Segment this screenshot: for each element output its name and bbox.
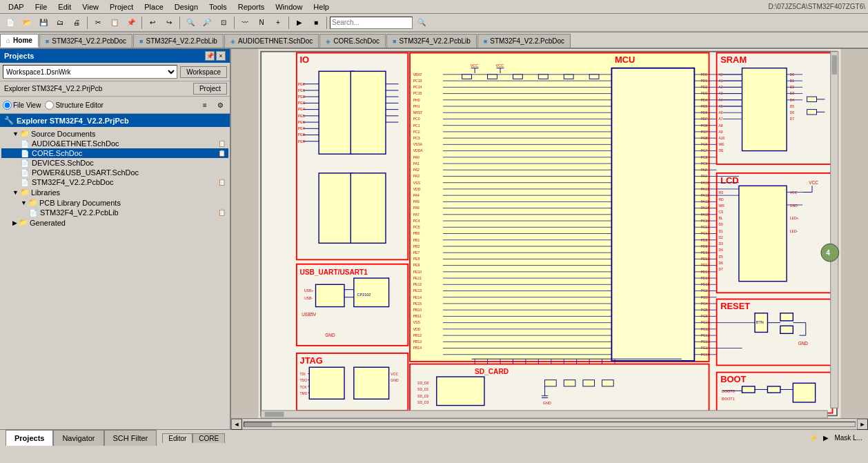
tree-item-core[interactable]: 📄 CORE.SchDoc 📋 [1, 148, 228, 158]
tree-item-generated[interactable]: ▶ 📁 Generated [1, 217, 228, 228]
tab-core-schdoc[interactable]: ◈ CORE.SchDoc [319, 34, 386, 48]
tab-pcblib2[interactable]: ■ STM32F4_V2.2.PcbLib [386, 34, 477, 48]
status-tab-projects[interactable]: Projects [6, 430, 53, 446]
tb-save[interactable]: 💾 [36, 15, 51, 30]
tree-item-audio-eth[interactable]: 📄 AUDIO&ETHNET.SchDoc 📋 [1, 139, 228, 148]
svg-rect-378 [538, 75, 548, 79]
menu-view[interactable]: View [77, 1, 104, 12]
tree-item-source-docs[interactable]: ▼ 📁 Source Documents [1, 128, 228, 139]
tree-audio-status: 📋 [218, 140, 226, 147]
tb-search-go[interactable]: 🔍 [414, 15, 429, 30]
schematic-canvas-area[interactable]: IO [231, 49, 868, 418]
svg-text:BL: BL [718, 216, 722, 220]
tree-item-pcb[interactable]: 📄 STM32F4_V2.2.PcbDoc 📋 [1, 177, 228, 187]
folder-pcblib-icon: 📁 [28, 198, 38, 207]
tree-item-pcb-lib[interactable]: 📄 STM32F4_V2.2.PcbLib 📋 [1, 208, 228, 217]
svg-text:PE8: PE8 [298, 132, 305, 137]
h-scrollbar[interactable]: ◄ ► [231, 418, 868, 429]
status-right: ⚡ ▶ Mask L... [809, 434, 862, 442]
svg-text:RD: RD [718, 197, 724, 201]
tb-saveall[interactable]: 🗂 [52, 15, 68, 30]
menu-bar: DAP File Edit View Project Place Design … [0, 0, 868, 14]
svg-text:PC5: PC5 [413, 225, 420, 229]
svg-text:D7: D7 [718, 267, 723, 271]
status-tab-navigator[interactable]: Navigator [53, 430, 103, 446]
svg-rect-331 [437, 377, 484, 406]
tab-pcblib1-icon: ■ [139, 38, 143, 45]
scroll-right-btn[interactable]: ► [857, 419, 868, 430]
tb-run[interactable]: ▶ [292, 15, 307, 30]
tb-redo[interactable]: ↪ [161, 15, 177, 30]
tb-net[interactable]: N [254, 15, 269, 30]
view-icon-btn1[interactable]: ≡ [198, 98, 212, 112]
menu-help[interactable]: Help [308, 1, 335, 12]
tab-audio-schdoc[interactable]: ◈ AUDIOETHNET.SchDoc [224, 34, 319, 48]
tb-place[interactable]: + [270, 15, 286, 30]
tree-item-devices[interactable]: 📄 DEVICES.SchDoc [1, 158, 228, 168]
tree-item-libraries[interactable]: ▼ 📁 Libraries [1, 187, 228, 197]
toolbar-search[interactable] [330, 17, 413, 29]
svg-rect-299 [780, 326, 793, 333]
svg-text:VDDA: VDDA [413, 148, 424, 152]
tb-undo[interactable]: ↩ [145, 15, 160, 30]
svg-text:GND: GND [391, 378, 399, 382]
scroll-thumb [244, 422, 272, 426]
tree-item-pcb-lib-docs[interactable]: ▼ 📁 PCB Library Documents [1, 197, 228, 208]
status-tab-sch-filter[interactable]: SCH Filter [104, 430, 157, 446]
svg-text:PC2: PC2 [413, 130, 420, 134]
panel-pin-btn[interactable]: 📌 [205, 51, 215, 61]
tb-paste[interactable]: 📌 [124, 15, 139, 30]
project-btn[interactable]: Project [193, 83, 227, 95]
scroll-track[interactable] [244, 422, 856, 427]
panel-close-btn[interactable]: × [216, 51, 226, 61]
workspace-btn[interactable]: Workspace [180, 66, 227, 78]
menu-tools[interactable]: Tools [204, 1, 233, 12]
tb-stop[interactable]: ■ [308, 15, 324, 30]
tab-pcblib1[interactable]: ■ STM32F4_V2.2.PcbLib [133, 34, 224, 48]
svg-text:PB13: PB13 [413, 339, 422, 344]
menu-edit[interactable]: Edit [52, 1, 77, 12]
tb-wire[interactable]: 〰 [237, 15, 253, 30]
menu-reports[interactable]: Reports [233, 1, 270, 12]
menu-file[interactable]: File [30, 1, 53, 12]
structure-editor-radio[interactable]: Structure Editor [45, 101, 103, 110]
svg-text:PB2: PB2 [413, 244, 420, 248]
svg-rect-307 [309, 367, 344, 399]
menu-window[interactable]: Window [270, 1, 308, 12]
tb-cut[interactable]: ✂ [90, 15, 106, 30]
svg-rect-376 [488, 75, 497, 79]
file-view-radio[interactable]: File View [3, 101, 41, 110]
svg-text:PB10: PB10 [413, 308, 422, 312]
svg-rect-285 [316, 284, 345, 306]
tb-zoom-out[interactable]: 🔎 [199, 15, 215, 30]
menu-dap[interactable]: DAP [3, 1, 30, 12]
tb-new[interactable]: 📄 [3, 15, 18, 30]
menu-place[interactable]: Place [139, 1, 169, 12]
workspace-select[interactable]: Workspace1.DsnWrk [3, 65, 177, 79]
tb-open[interactable]: 📂 [19, 15, 34, 30]
tree-area[interactable]: ▼ 📁 Source Documents 📄 AUDIO&ETHNET.SchD… [0, 127, 230, 429]
svg-text:PE11: PE11 [413, 276, 422, 280]
view-icon-btn2[interactable]: ⚙ [213, 98, 227, 112]
svg-text:LED-: LED- [790, 229, 798, 233]
tb-print[interactable]: 🖨 [69, 15, 84, 30]
tree-item-power-usb[interactable]: 📄 POWER&USB_USART.SchDoc [1, 168, 228, 177]
scroll-left-btn[interactable]: ◄ [231, 419, 242, 430]
panel-title-buttons: 📌 × [205, 51, 226, 61]
menu-design[interactable]: Design [169, 1, 204, 12]
svg-text:SD_D0: SD_D0 [417, 381, 429, 385]
folder-lib-icon: 📁 [20, 188, 30, 197]
title-path: D:\07JZ5CA\STM32F407ZGT6\ [768, 3, 865, 10]
tree-header-label: Explorer STM32F4_V2.2.PrjPcb [17, 117, 129, 125]
tab-home[interactable]: ⌂ Home [0, 34, 39, 48]
tab-stm32-pcbdoc1[interactable]: ■ STM32F4_V2.2.PcbDoc [39, 34, 132, 48]
editor-tab[interactable]: Editor [162, 433, 193, 443]
tab-pcbdoc2[interactable]: ■ STM32F4_V2.2.PcbDoc [477, 34, 571, 48]
core-tab[interactable]: CORE [193, 433, 225, 443]
menu-project[interactable]: Project [104, 1, 139, 12]
svg-text:PE6: PE6 [298, 120, 305, 124]
svg-rect-5 [351, 71, 386, 154]
tb-zoom-in[interactable]: 🔍 [183, 15, 198, 30]
tb-copy[interactable]: 📋 [107, 15, 122, 30]
tb-zoom-fit[interactable]: ⊡ [216, 15, 231, 30]
